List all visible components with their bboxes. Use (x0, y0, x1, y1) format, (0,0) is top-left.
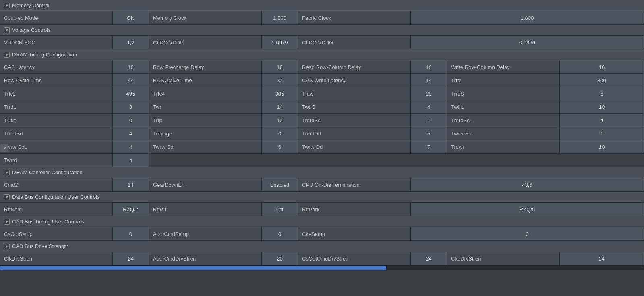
trfc2-value[interactable]: 495 (113, 87, 149, 100)
trdrdd-value[interactable]: 5 (411, 127, 447, 140)
trfc2-label: Trfc2 (0, 87, 113, 100)
dram-timing-collapse[interactable]: ▼ (4, 52, 10, 58)
data-bus-title: Data Bus Configuration User Controls (12, 194, 100, 200)
clk-drv-stren-label: ClkDrvStren (0, 252, 113, 265)
memory-clock-value[interactable]: 1.800 (262, 11, 298, 24)
addrcmd-setup-value[interactable]: 0 (262, 227, 298, 240)
twrwrscl-value[interactable]: 4 (113, 140, 149, 153)
horizontal-scrollbar[interactable] (0, 265, 644, 270)
data-bus-section: ▼ Data Bus Configuration User Controls R… (0, 192, 644, 216)
cas-write-latency-value[interactable]: 14 (411, 74, 447, 87)
twrwrsc-label: TwrwrSc (447, 127, 560, 140)
data-bus-header[interactable]: ▼ Data Bus Configuration User Controls (0, 192, 644, 203)
trdrdsc-label: TrdrdSc (298, 114, 411, 127)
cldo-vddp-label: CLDO VDDP (149, 36, 262, 49)
cad-bus-timing-row-1: CsOdtSetup 0 AddrCmdSetup 0 CkeSetup 0 (0, 227, 644, 241)
cke-setup-label: CkeSetup (298, 227, 411, 240)
rttnom-label: RttNom (0, 203, 113, 216)
cad-bus-drive-header[interactable]: ▼ CAD Bus Drive Strength (0, 241, 644, 252)
cpu-odt-value[interactable]: 43,6 (411, 178, 644, 191)
ras-active-time-value[interactable]: 32 (262, 74, 298, 87)
cad-bus-drive-section: ▼ CAD Bus Drive Strength ClkDrvStren 24 … (0, 241, 644, 265)
trdrdsc-value[interactable]: 1 (411, 114, 447, 127)
geardownen-value[interactable]: Enabled (262, 178, 298, 191)
trdrdd-label: TrdrdDd (298, 127, 411, 140)
dram-timing-header[interactable]: ▼ DRAM Timing Configuration (0, 49, 644, 60)
cas-latency-value[interactable]: 16 (113, 60, 149, 73)
trcpage-value[interactable]: 0 (262, 127, 298, 140)
twrwrsc-value[interactable]: 1 (560, 127, 644, 140)
memory-control-header[interactable]: ▼ Memory Control (0, 0, 644, 11)
twrwrscl-label: TwrwrScL (0, 140, 113, 153)
tcke-label: TCke (0, 114, 113, 127)
trrdl-value[interactable]: 8 (113, 100, 149, 113)
coupled-mode-value[interactable]: ON (113, 11, 149, 24)
trfc-value[interactable]: 300 (560, 74, 644, 87)
dram-controller-collapse[interactable]: ▼ (4, 170, 10, 175)
trrds-value[interactable]: 6 (560, 87, 644, 100)
voltage-controls-collapse[interactable]: ▼ (4, 27, 10, 33)
twrrd-value[interactable]: 4 (113, 154, 149, 167)
voltage-controls-title: Voltage Controls (12, 27, 50, 33)
twtrs-value[interactable]: 4 (411, 100, 447, 113)
csodt-setup-value[interactable]: 0 (113, 227, 149, 240)
trdrdscl-value[interactable]: 4 (560, 114, 644, 127)
trcpage-label: Trcpage (149, 127, 262, 140)
vddcr-soc-label: VDDCR SOC (0, 36, 113, 49)
rttwr-value[interactable]: Off (262, 203, 298, 216)
cke-drv-stren-value[interactable]: 24 (560, 252, 644, 265)
dram-timing-row-7: TwrwrScL 4 TwrwrSd 6 TwrwrDd 7 Trdwr 10 (0, 140, 644, 154)
ras-active-time-label: RAS Active Time (149, 74, 262, 87)
trdrdsd-value[interactable]: 4 (113, 127, 149, 140)
dram-controller-section: ▼ DRAM Contoller Configuration Cmd2t 1T … (0, 167, 644, 192)
cad-bus-drive-row-1: ClkDrvStren 24 AddrCmdDrvStren 20 CsOdtC… (0, 252, 644, 265)
rttpark-value[interactable]: RZQ/5 (411, 203, 644, 216)
fabric-clock-value[interactable]: 1.800 (411, 11, 644, 24)
data-bus-collapse[interactable]: ▼ (4, 194, 10, 200)
main-container: « ▼ Memory Control Coupled Mode ON Memor… (0, 0, 644, 296)
trfc-label: Trfc (447, 74, 560, 87)
twr-value[interactable]: 14 (262, 100, 298, 113)
clk-drv-stren-value[interactable]: 24 (113, 252, 149, 265)
vddcr-soc-value[interactable]: 1,2 (113, 36, 149, 49)
trfc4-value[interactable]: 305 (262, 87, 298, 100)
rttwr-label: RttWr (149, 203, 262, 216)
memory-control-row-1: Coupled Mode ON Memory Clock 1.800 Fabri… (0, 11, 644, 25)
cad-bus-drive-collapse[interactable]: ▼ (4, 244, 10, 249)
twtrs-label: TwtrS (298, 100, 411, 113)
dram-timing-section: ▼ DRAM Timing Configuration CAS Latency … (0, 49, 644, 167)
sidebar-collapse-tab[interactable]: « (0, 144, 8, 152)
csodt-cmd-drv-stren-value[interactable]: 24 (411, 252, 447, 265)
twtrl-value[interactable]: 10 (560, 100, 644, 113)
cmd2t-value[interactable]: 1T (113, 178, 149, 191)
twrwrsd-value[interactable]: 6 (262, 140, 298, 153)
voltage-controls-section: ▼ Voltage Controls VDDCR SOC 1,2 CLDO VD… (0, 25, 644, 49)
cldo-vddp-value[interactable]: 1,0979 (262, 36, 298, 49)
cad-bus-timing-header[interactable]: ▼ CAD Bus Timing User Controls (0, 216, 644, 227)
write-row-col-delay-value[interactable]: 16 (560, 60, 644, 73)
row-cycle-time-label: Row Cycle Time (0, 74, 113, 87)
rttnom-value[interactable]: RZQ/7 (113, 203, 149, 216)
trdrdsd-label: TrdrdSd (0, 127, 113, 140)
cke-setup-value[interactable]: 0 (411, 227, 644, 240)
tfaw-label: Tfaw (298, 87, 411, 100)
cad-bus-timing-section: ▼ CAD Bus Timing User Controls CsOdtSetu… (0, 216, 644, 241)
coupled-mode-label: Coupled Mode (0, 11, 113, 24)
memory-control-collapse[interactable]: ▼ (4, 3, 10, 8)
tfaw-value[interactable]: 28 (411, 87, 447, 100)
twrwrdd-value[interactable]: 7 (411, 140, 447, 153)
voltage-controls-header[interactable]: ▼ Voltage Controls (0, 25, 644, 36)
dram-controller-row-1: Cmd2t 1T GearDownEn Enabled CPU On-Die T… (0, 178, 644, 192)
row-cycle-time-value[interactable]: 44 (113, 74, 149, 87)
trtp-value[interactable]: 12 (262, 114, 298, 127)
read-row-col-delay-value[interactable]: 16 (411, 60, 447, 73)
cldo-vddg-value[interactable]: 0,6996 (411, 36, 644, 49)
addrcmd-drv-stren-value[interactable]: 20 (262, 252, 298, 265)
trdwr-value[interactable]: 10 (560, 140, 644, 153)
row-precharge-delay-value[interactable]: 16 (262, 60, 298, 73)
trdrdscl-label: TrdrdScL (447, 114, 560, 127)
tcke-value[interactable]: 0 (113, 114, 149, 127)
dram-controller-header[interactable]: ▼ DRAM Contoller Configuration (0, 167, 644, 178)
dram-timing-row-3: Trfc2 495 Trfc4 305 Tfaw 28 TrrdS 6 (0, 87, 644, 100)
cad-bus-timing-collapse[interactable]: ▼ (4, 219, 10, 225)
